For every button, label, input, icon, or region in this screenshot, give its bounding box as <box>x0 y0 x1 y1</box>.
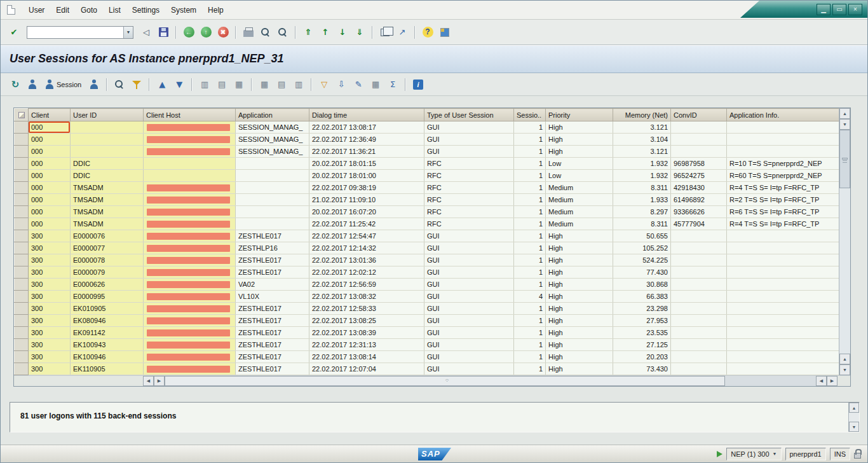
total-button[interactable]: Σ <box>384 77 401 92</box>
column-header-sessions[interactable]: Sessio.. <box>514 109 546 121</box>
exit-nav-button[interactable]: ↑ <box>198 25 214 40</box>
minimize-button[interactable]: ▁ <box>817 4 831 15</box>
message-scrollbar[interactable]: ▲ ▼ <box>848 403 859 432</box>
session-button[interactable]: Session <box>41 77 85 92</box>
column-header-application[interactable]: Application <box>236 109 309 121</box>
session-row[interactable]: 300E0000076ZESTHLE01722.02.2017 12:54:47… <box>15 230 839 242</box>
column-header-dialog_time[interactable]: Dialog time <box>309 109 424 121</box>
menu-settings[interactable]: Settings <box>126 4 165 17</box>
row-select-button[interactable] <box>15 170 29 182</box>
create-shortcut-button[interactable]: ↗ <box>394 25 410 40</box>
scroll-right-button[interactable]: ▶ <box>827 376 837 386</box>
horizontal-scroll-track[interactable] <box>165 376 816 386</box>
column-header-client[interactable]: Client <box>29 109 71 121</box>
session-row[interactable]: 300EK010905ZESTHLE01722.02.2017 12:58:33… <box>15 303 839 315</box>
fix-columns-button[interactable]: ▦ <box>256 77 273 92</box>
session-row[interactable]: 000DDIC20.02.2017 18:01:15RFC1Low1.93296… <box>15 158 839 170</box>
column-header-priority[interactable]: Priority <box>546 109 613 121</box>
session-row[interactable]: 000TMSADM22.02.2017 11:25:42RFC1Medium8.… <box>15 218 839 230</box>
row-select-button[interactable] <box>15 363 29 375</box>
horizontal-scrollbar[interactable]: ◀ ▶ ◀ ▶ <box>14 375 850 386</box>
row-select-button[interactable] <box>15 194 29 206</box>
server-field[interactable]: pnerpprd1 <box>785 448 826 460</box>
vertical-scroll-thumb[interactable] <box>839 130 850 188</box>
customize-layout-button[interactable] <box>437 25 453 40</box>
scroll-down-button[interactable]: ▼ <box>849 422 859 432</box>
change-layout-button[interactable]: ✎ <box>350 77 367 92</box>
session-row[interactable]: 300E0000079ZESTHLE01722.02.2017 12:02:12… <box>15 266 839 279</box>
refresh-button[interactable]: ↻ <box>7 77 24 92</box>
back-item-icon[interactable]: ◁ <box>138 25 154 40</box>
column-header-app_info[interactable]: Application Info. <box>727 109 839 121</box>
export-button[interactable]: ⇩ <box>333 77 349 92</box>
row-select-button[interactable] <box>15 218 29 230</box>
scroll-down-button[interactable]: ▼ <box>839 119 850 130</box>
session-row[interactable]: 000SESSION_MANAG_22.02.2017 12:36:49GUI1… <box>15 134 839 146</box>
save-button[interactable] <box>155 25 172 40</box>
command-dropdown-button[interactable]: ▼ <box>123 27 133 38</box>
row-select-button[interactable] <box>15 279 29 291</box>
enter-button[interactable]: ✔ <box>6 25 22 40</box>
print-button[interactable] <box>240 25 257 40</box>
session-row[interactable]: 000TMSADM22.02.2017 09:38:19RFC1Medium8.… <box>15 182 839 194</box>
select-layout-button[interactable]: ▽ <box>316 77 332 92</box>
new-session-button[interactable] <box>377 25 393 40</box>
column-header-memory[interactable]: Memory (Net) <box>613 109 671 121</box>
close-button[interactable]: × <box>848 4 862 15</box>
session-row[interactable]: 300E0000995VL10X22.02.2017 13:08:32GUI4H… <box>15 291 839 303</box>
find-next-button[interactable] <box>275 25 291 40</box>
scroll-down-button[interactable]: ▼ <box>839 364 850 375</box>
find-button[interactable] <box>257 25 274 40</box>
help-button[interactable]: ? <box>419 25 436 40</box>
menu-edit[interactable]: Edit <box>50 4 75 17</box>
sort-descending-button[interactable]: ▼ <box>171 77 187 92</box>
session-row[interactable]: 000DDIC20.02.2017 18:01:00RFC1Low1.93296… <box>15 170 839 182</box>
row-select-button[interactable] <box>15 230 29 242</box>
scroll-up-button[interactable]: ▲ <box>839 354 850 364</box>
cancel-nav-button[interactable]: ✖ <box>215 25 231 40</box>
session-row[interactable]: 300E0000077ZESTHLP1622.02.2017 12:14:32G… <box>15 242 839 254</box>
row-select-button[interactable] <box>15 327 29 339</box>
next-page-button[interactable]: ↓ <box>334 25 351 40</box>
find-in-list-button[interactable] <box>111 77 128 92</box>
column-header-client_host[interactable]: Client Host <box>144 109 236 121</box>
unfix-columns-button[interactable]: ▤ <box>273 77 290 92</box>
row-select-button[interactable] <box>15 146 29 158</box>
choose-user-button[interactable] <box>24 77 41 92</box>
row-select-button[interactable] <box>15 254 29 266</box>
info-button[interactable]: i <box>410 77 426 92</box>
row-select-button[interactable] <box>15 303 29 315</box>
restore-button[interactable]: ▭ <box>832 4 846 15</box>
session-row[interactable]: 000TMSADM20.02.2017 16:07:20RFC1Medium8.… <box>15 206 839 218</box>
column-header-user_id[interactable]: User ID <box>71 109 144 121</box>
scroll-left-button[interactable]: ◀ <box>143 376 154 386</box>
row-select-button[interactable] <box>15 182 29 194</box>
insert-column-button[interactable]: ▥ <box>196 77 213 92</box>
last-page-button[interactable]: ⇓ <box>351 25 368 40</box>
row-select-button[interactable] <box>15 291 29 303</box>
row-select-button[interactable] <box>15 315 29 327</box>
session-row[interactable]: 000SESSION_MANAG_22.02.2017 13:08:17GUI1… <box>15 121 839 134</box>
row-select-button[interactable] <box>15 206 29 218</box>
row-select-button[interactable] <box>15 266 29 279</box>
session-row[interactable]: 300E0000078ZESTHLE01722.02.2017 13:01:36… <box>15 254 839 266</box>
row-select-button[interactable] <box>15 158 29 170</box>
column-header-type[interactable]: Type of User Session <box>424 109 514 121</box>
scroll-right-button[interactable]: ▶ <box>154 376 165 386</box>
menu-list[interactable]: List <box>103 4 126 17</box>
filter-button[interactable] <box>128 77 145 92</box>
end-session-button[interactable] <box>86 77 102 92</box>
remove-column-button[interactable]: ▤ <box>214 77 230 92</box>
system-field[interactable]: NEP (1) 300 ▼ <box>726 448 781 460</box>
menu-user[interactable]: User <box>23 4 50 17</box>
command-input[interactable] <box>27 27 123 38</box>
first-page-button[interactable]: ⇑ <box>300 25 316 40</box>
row-select-button[interactable] <box>15 242 29 254</box>
column-header-convid[interactable]: ConvID <box>671 109 727 121</box>
grid-settings-button[interactable]: ▥ <box>290 77 307 92</box>
menu-goto[interactable]: Goto <box>75 4 103 17</box>
vertical-scroll-track[interactable] <box>839 130 850 354</box>
session-row[interactable]: 300EK100946ZESTHLE01722.02.2017 13:08:14… <box>15 351 839 363</box>
table-view-button[interactable]: ▦ <box>367 77 384 92</box>
row-select-button[interactable] <box>15 121 29 134</box>
